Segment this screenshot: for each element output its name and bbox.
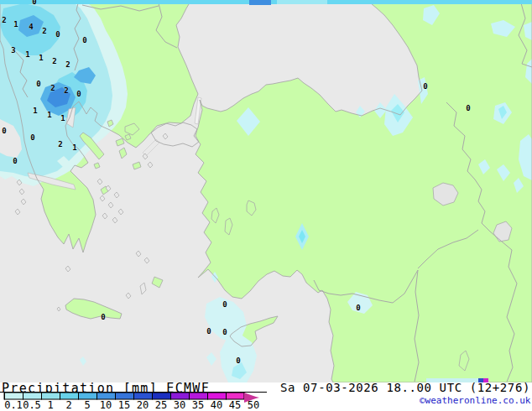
precipitation-map: 02142003112202201110021000000000 [0,0,532,382]
scale-segment [96,393,115,399]
scale-label: 35 [192,399,204,411]
scale-label: 2 [65,399,71,411]
scale-segment [189,393,207,399]
scale-label: 5 [84,399,90,411]
map-canvas [0,0,532,382]
forecast-datetime: Sa 07-03-2026 18..00 UTC (12+276) [280,381,530,394]
scale-label: 15 [118,399,130,411]
scale-label: 1 [47,399,53,411]
scale-segment [78,393,96,399]
scale-segment [115,393,133,399]
scale-label: 20 [137,399,149,411]
scale-segment [170,393,189,399]
legend-bar: Precipitation [mm] ECMWF 0.10.5125101520… [0,382,532,411]
scale-segment [60,393,78,399]
scale-label: 10 [100,399,112,411]
scale-label: 0.5 [23,399,41,411]
color-scale: 0.10.5125101520253035404550 [0,392,277,411]
scale-label: 30 [174,399,185,411]
scale-segment [23,393,41,399]
scale-label: 45 [229,399,241,411]
scale-label: 0.1 [4,399,23,411]
scale-segment [133,393,152,399]
weather-map-page: 02142003112202201110021000000000 Precipi… [0,0,532,411]
scale-segment [41,393,60,399]
scale-segment [226,393,244,399]
copyright-link[interactable]: ©weatheronline.co.uk [420,395,530,406]
scale-label: 25 [155,399,167,411]
scale-label: 40 [211,399,222,411]
scale-segment [4,393,23,399]
scale-label: 50 [248,399,259,411]
scale-segment [152,393,170,399]
scale-labels: 0.10.5125101520253035404550 [4,399,259,411]
scale-segment [207,393,226,399]
